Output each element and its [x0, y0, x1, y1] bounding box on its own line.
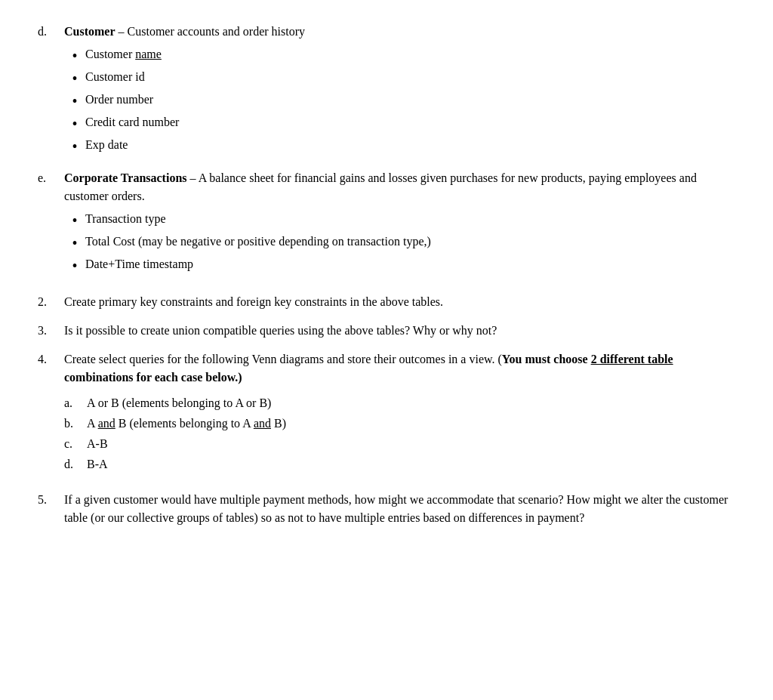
- customer-bullet-list: • Customer name • Customer id • Order nu…: [64, 45, 735, 157]
- item-e-heading-line: Corporate Transactions – A balance sheet…: [64, 169, 735, 205]
- item-2: 2. Create primary key constraints and fo…: [38, 293, 735, 311]
- page-content: d. Customer – Customer accounts and orde…: [38, 23, 735, 527]
- item-4-body: Create select queries for the following …: [64, 350, 735, 476]
- item-4a-text: A or B (elements belonging to A or B): [87, 394, 735, 412]
- item-e-body: Corporate Transactions – A balance sheet…: [64, 169, 735, 278]
- bullet-icon: •: [64, 233, 85, 254]
- bullet-total-cost: • Total Cost (may be negative or positiv…: [64, 233, 735, 254]
- item-4-text-after: combinations for each case below.): [64, 371, 242, 384]
- item-4-sub-list: a. A or B (elements belonging to A or B)…: [64, 394, 735, 473]
- item-4-bold: You must choose: [502, 353, 591, 365]
- item-e: e. Corporate Transactions – A balance sh…: [38, 169, 735, 278]
- item-3-body: Is it possible to create union compatibl…: [64, 322, 735, 340]
- bullet-icon: •: [64, 136, 85, 157]
- item-4d-text: B-A: [87, 455, 735, 473]
- bullet-total-cost-text: Total Cost (may be negative or positive …: [85, 233, 735, 251]
- item-4b-text: A and B (elements belonging to A and B): [87, 415, 735, 433]
- item-4a: a. A or B (elements belonging to A or B): [64, 394, 735, 412]
- item-4d-label: d.: [64, 455, 87, 473]
- item-4a-label: a.: [64, 394, 87, 412]
- item-4-text-before: Create select queries for the following …: [64, 353, 502, 365]
- item-3-label: 3.: [38, 322, 64, 340]
- bullet-customer-name: • Customer name: [64, 45, 735, 66]
- corporate-heading: Corporate Transactions: [64, 171, 187, 184]
- item-d-label: d.: [38, 23, 64, 159]
- bullet-customer-name-text: Customer name: [85, 45, 735, 63]
- bullet-exp-date-text: Exp date: [85, 136, 735, 154]
- bullet-customer-id-text: Customer id: [85, 68, 735, 86]
- item-e-label: e.: [38, 169, 64, 278]
- bullet-transaction-type: • Transaction type: [64, 210, 735, 231]
- item-4-underline-bold: 2 different table: [591, 353, 673, 365]
- item-2-body: Create primary key constraints and forei…: [64, 293, 735, 311]
- item-4b-and2: and: [254, 417, 271, 430]
- bullet-icon: •: [64, 255, 85, 276]
- item-2-label: 2.: [38, 293, 64, 311]
- bullet-order-number-text: Order number: [85, 91, 735, 109]
- bullet-datetime-text: Date+Time timestamp: [85, 255, 735, 273]
- bullet-datetime: • Date+Time timestamp: [64, 255, 735, 276]
- item-d: d. Customer – Customer accounts and orde…: [38, 23, 735, 159]
- bullet-icon: •: [64, 45, 85, 66]
- bullet-customer-id: • Customer id: [64, 68, 735, 89]
- item-4: 4. Create select queries for the followi…: [38, 350, 735, 476]
- bullet-icon: •: [64, 68, 85, 89]
- bullet-transaction-type-text: Transaction type: [85, 210, 735, 228]
- item-d-body: Customer – Customer accounts and order h…: [64, 23, 735, 159]
- item-4-label: 4.: [38, 350, 64, 476]
- item-d-heading-line: Customer – Customer accounts and order h…: [64, 23, 735, 41]
- item-4b-label: b.: [64, 415, 87, 433]
- item-4c-text: A-B: [87, 435, 735, 453]
- customer-heading: Customer: [64, 25, 115, 38]
- item-5-label: 5.: [38, 491, 64, 527]
- customer-name-underline: name: [135, 48, 162, 60]
- bullet-exp-date: • Exp date: [64, 136, 735, 157]
- bullet-icon: •: [64, 91, 85, 112]
- item-4-text: Create select queries for the following …: [64, 350, 735, 387]
- customer-desc: – Customer accounts and order history: [115, 25, 306, 38]
- bullet-order-number: • Order number: [64, 91, 735, 112]
- item-4b: b. A and B (elements belonging to A and …: [64, 415, 735, 433]
- item-4d: d. B-A: [64, 455, 735, 473]
- item-5: 5. If a given customer would have multip…: [38, 491, 735, 527]
- item-4c-label: c.: [64, 435, 87, 453]
- bullet-credit-card-text: Credit card number: [85, 113, 735, 131]
- corporate-bullet-list: • Transaction type • Total Cost (may be …: [64, 210, 735, 276]
- item-4c: c. A-B: [64, 435, 735, 453]
- bullet-icon: •: [64, 113, 85, 134]
- item-3: 3. Is it possible to create union compat…: [38, 322, 735, 340]
- bullet-icon: •: [64, 210, 85, 231]
- item-5-body: If a given customer would have multiple …: [64, 491, 735, 527]
- item-4b-and1: and: [98, 417, 115, 430]
- bullet-credit-card: • Credit card number: [64, 113, 735, 134]
